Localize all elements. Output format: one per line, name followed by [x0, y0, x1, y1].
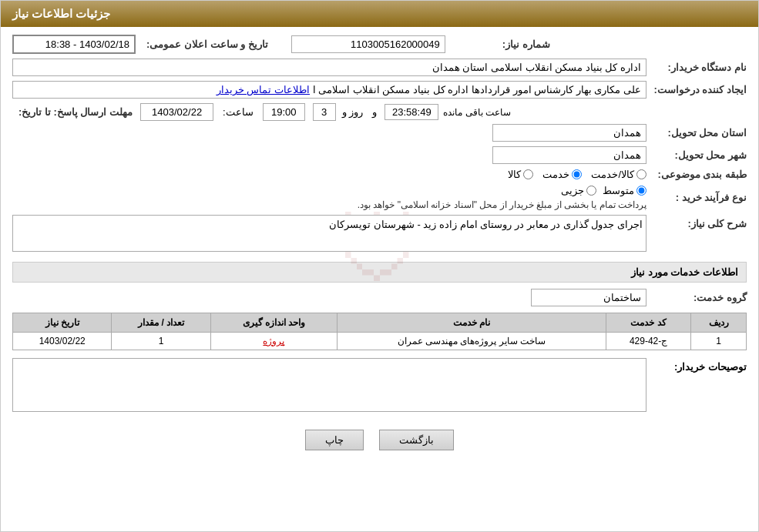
tarikh-elan-label: تاریخ و ساعت اعلان عمومی: — [140, 38, 268, 50]
rooz-text: و — [369, 106, 380, 118]
radio-khedmat[interactable]: خدمت — [542, 169, 582, 180]
remaining-label: ساعت باقی مانده — [443, 107, 511, 118]
print-button[interactable]: چاپ — [305, 430, 364, 450]
cell-code: ج-42-429 — [606, 333, 691, 350]
name-darkhast-label: نام دستگاه خریدار: — [646, 62, 747, 73]
time-label: ساعت: — [221, 106, 255, 118]
radio-kala[interactable]: کالا — [508, 169, 533, 180]
remaining-value: 23:58:49 — [385, 104, 438, 120]
col-code: کد خدمت — [606, 313, 691, 333]
ijad-label: ایجاد کننده درخواست: — [646, 84, 747, 95]
rooz-value: 3 — [313, 103, 336, 121]
navoe-options: متوسط جزیی پرداخت تمام یا بخشی از مبلغ خ… — [358, 185, 646, 210]
radio-jozee-label: جزیی — [561, 185, 584, 196]
radio-kala-label: کالا — [508, 169, 521, 180]
services-section-title: اطلاعات خدمات مورد نیاز — [12, 262, 747, 283]
time-value: 19:00 — [263, 103, 305, 121]
table-row: 1 ج-42-429 ساخت سایر پروژه‌های مهندسی عم… — [13, 333, 747, 350]
radio-jozee[interactable]: جزیی — [561, 185, 596, 196]
col-date: تاریخ نیاز — [13, 313, 112, 333]
radio-motavasset[interactable]: متوسط — [603, 185, 646, 196]
shomara-niaz-value: 1103005162000049 — [291, 35, 445, 53]
navoe-label: نوع فرآیند خرید : — [646, 192, 747, 203]
buyer-desc-area — [12, 358, 646, 414]
sharh-label: شرح کلی نیاز: — [646, 215, 747, 229]
tarikh-elan-value: 1403/02/18 - 18:38 — [12, 35, 136, 54]
col-unit: واحد اندازه گیری — [210, 313, 337, 333]
group-value: ساختمان — [531, 289, 646, 306]
tabaqe-label: طبقه بندی موضوعی: — [646, 169, 747, 180]
ijad-value: علی مکاری بهار کارشناس امور قراردادها اد… — [12, 81, 646, 99]
radio-motavasset-label: متوسط — [603, 185, 634, 196]
services-table: ردیف کد خدمت نام خدمت واحد اندازه گیری ت… — [12, 313, 747, 350]
navoe-desc: پرداخت تمام یا بخشی از مبلغ خریدار از مح… — [358, 199, 646, 210]
radio-khedmat-label: خدمت — [542, 169, 569, 180]
ijad-link[interactable]: اطلاعات تماس خریدار — [217, 84, 310, 95]
buyer-desc-row: توصیحات خریدار: — [12, 358, 747, 414]
rooz-label: روز و — [341, 106, 365, 118]
cell-radif: 1 — [691, 333, 747, 350]
buyer-desc-label: توصیحات خریدار: — [646, 358, 747, 373]
cell-date: 1403/02/22 — [13, 333, 112, 350]
name-darkhast-value: اداره کل بنیاد مسکن انقلاب اسلامی استان … — [12, 59, 646, 76]
cell-name: ساخت سایر پروژه‌های مهندسی عمران — [338, 333, 606, 350]
back-button[interactable]: بازگشت — [379, 430, 454, 450]
group-label: گروه خدمت: — [646, 292, 747, 303]
date-value: 1403/02/22 — [140, 103, 213, 121]
col-name: نام خدمت — [338, 313, 606, 333]
shahr-label: شهر محل تحویل: — [646, 149, 747, 161]
tabaqe-radio-group: کالا/خدمت خدمت کالا — [508, 169, 646, 180]
mohlat-label: مهلت ارسال پاسخ: تا تاریخ: — [12, 106, 133, 118]
sharh-wrapper: اجرای جدول گذاری در معابر در روستای امام… — [12, 215, 646, 254]
cell-unit[interactable]: پروژه — [210, 333, 337, 350]
cell-qty: 1 — [112, 333, 210, 350]
page-title: جزئیات اطلاعات نیاز — [12, 7, 110, 20]
buyer-desc-textarea[interactable] — [12, 358, 646, 412]
shomara-niaz-label: شماره نیاز: — [450, 38, 550, 50]
ostan-label: استان محل تحویل: — [646, 127, 747, 139]
radio-kala-khedmat[interactable]: کالا/خدمت — [591, 169, 646, 180]
sharh-textarea[interactable]: اجرای جدول گذاری در معابر در روستای امام… — [12, 215, 646, 252]
ostan-value: همدان — [492, 124, 646, 142]
shahr-value: همدان — [492, 146, 646, 164]
buttons-row: بازگشت چاپ — [12, 422, 747, 462]
page-header: جزئیات اطلاعات نیاز — [1, 1, 758, 27]
col-radif: ردیف — [691, 313, 747, 333]
col-qty: تعداد / مقدار — [112, 313, 210, 333]
radio-kala-khedmat-label: کالا/خدمت — [591, 169, 634, 180]
